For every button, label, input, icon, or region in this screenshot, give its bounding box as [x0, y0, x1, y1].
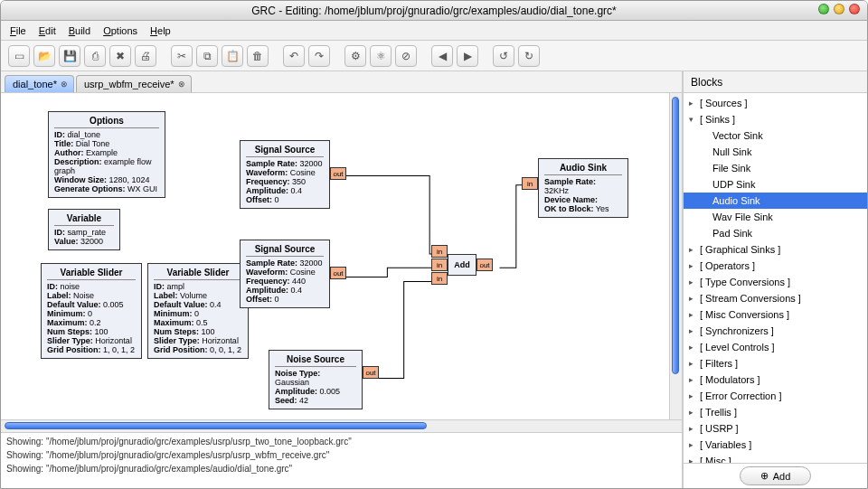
paste-icon[interactable]: 📋 [222, 45, 243, 67]
block-variable[interactable]: VariableID: samp_rateValue: 32000 [48, 209, 120, 250]
kill-icon[interactable]: ⊘ [395, 45, 417, 67]
port-in[interactable]: in [431, 272, 448, 285]
port-in[interactable]: in [431, 245, 448, 258]
log-line: Showing: "/home/jblum/proj/gnuradio/grc/… [6, 435, 676, 448]
block-noise-source[interactable]: Noise SourceNoise Type: GaussianAmplitud… [269, 350, 363, 409]
save-icon[interactable]: 💾 [59, 45, 80, 67]
tree-category[interactable]: ▸[ Modulators ] [684, 371, 867, 388]
tree-category[interactable]: ▸[ Sources ] [684, 95, 867, 111]
add-button-label: Add [773, 471, 791, 482]
open-icon[interactable]: 📂 [33, 45, 55, 67]
tree-category[interactable]: ▸[ Operators ] [684, 258, 867, 274]
rotate-left-icon[interactable]: ↺ [493, 45, 514, 67]
flowgraph-canvas[interactable]: OptionsID: dial_toneTitle: Dial ToneAuth… [1, 93, 682, 419]
tree-item[interactable]: Wav File Sink [684, 209, 867, 225]
tree-category[interactable]: ▸[ USRP ] [684, 420, 867, 437]
block-variable-slider-ampl[interactable]: Variable SliderID: amplLabel: VolumeDefa… [147, 263, 249, 359]
tree-item[interactable]: Audio Sink [684, 193, 867, 209]
tree-category[interactable]: ▸[ Misc Conversions ] [684, 306, 867, 323]
block-variable-slider-noise[interactable]: Variable SliderID: noiseLabel: NoiseDefa… [41, 263, 142, 359]
execute-icon[interactable]: ⚛ [370, 45, 392, 67]
prev-icon[interactable]: ◀ [431, 45, 453, 67]
block-audio-sink[interactable]: Audio SinkSample Rate: 32KHzDevice Name:… [538, 158, 628, 218]
tree-item[interactable]: Null Sink [684, 144, 867, 160]
log-line: Showing: "/home/jblum/proj/gnuradio/grc/… [6, 448, 676, 462]
menu-file[interactable]: File [10, 25, 26, 36]
next-icon[interactable]: ▶ [457, 45, 478, 67]
menu-build[interactable]: Build [69, 25, 90, 36]
tree-item[interactable]: Pad Sink [684, 225, 867, 241]
document-tabs: dial_tone*⊗usrp_wbfm_receive*⊗ [1, 71, 682, 93]
delete-icon[interactable]: 🗑 [247, 45, 269, 67]
log-line: Showing: "/home/jblum/proj/gnuradio/grc/… [6, 462, 676, 475]
close-window-button[interactable] [849, 4, 860, 14]
canvas-horizontal-scrollbar[interactable] [1, 419, 682, 432]
close-icon[interactable]: ✖ [109, 45, 131, 67]
zoom-button[interactable] [834, 4, 844, 14]
tree-category[interactable]: ▸[ Graphical Sinks ] [684, 241, 867, 258]
tree-item[interactable]: UDP Sink [684, 176, 867, 193]
tree-category[interactable]: ▸[ Synchronizers ] [684, 323, 867, 339]
log-panel: Showing: "/home/jblum/proj/gnuradio/grc/… [1, 432, 682, 488]
block-signal-source-2[interactable]: Signal SourceSample Rate: 32000Waveform:… [240, 240, 330, 308]
tree-category[interactable]: ▾[ Sinks ] [684, 111, 867, 127]
copy-icon[interactable]: ⧉ [196, 45, 218, 67]
port-out[interactable]: out [476, 259, 493, 271]
block-signal-source-1[interactable]: Signal SourceSample Rate: 32000Waveform:… [240, 140, 330, 209]
plus-icon: ⊕ [760, 470, 769, 482]
menu-help[interactable]: Help [150, 25, 171, 36]
close-icon[interactable]: ⊗ [61, 80, 68, 89]
port-in[interactable]: in [431, 259, 448, 271]
generate-icon[interactable]: ⚙ [344, 45, 366, 67]
block-options[interactable]: OptionsID: dial_toneTitle: Dial ToneAuth… [48, 111, 165, 198]
tree-category[interactable]: ▸[ Trellis ] [684, 404, 867, 420]
add-button[interactable]: ⊕ Add [740, 466, 812, 485]
undo-icon[interactable]: ↶ [283, 45, 305, 67]
new-icon[interactable]: ▭ [8, 45, 30, 67]
tree-category[interactable]: ▸[ Level Controls ] [684, 339, 867, 355]
menubar: File Edit Build Options Help [1, 21, 867, 41]
menu-options[interactable]: Options [103, 25, 137, 36]
cut-icon[interactable]: ✂ [171, 45, 193, 67]
window-title: GRC - Editing: /home/jblum/proj/gnuradio… [251, 5, 617, 17]
redo-icon[interactable]: ↷ [308, 45, 330, 67]
port-out[interactable]: out [330, 167, 346, 180]
close-icon[interactable]: ⊗ [178, 80, 185, 89]
tab-dial_tone-[interactable]: dial_tone*⊗ [5, 75, 74, 92]
port-out[interactable]: out [363, 366, 379, 379]
menu-edit[interactable]: Edit [39, 25, 56, 36]
tree-category[interactable]: ▸[ Type Conversions ] [684, 274, 867, 290]
rotate-right-icon[interactable]: ↻ [518, 45, 540, 67]
canvas-vertical-scrollbar[interactable] [669, 93, 682, 419]
port-out[interactable]: out [330, 267, 346, 279]
print-icon[interactable]: 🖨 [135, 45, 156, 67]
tab-usrp_wbfm_receive-[interactable]: usrp_wbfm_receive*⊗ [76, 75, 192, 92]
toolbar: ▭ 📂 💾 ⎙ ✖ 🖨 ✂ ⧉ 📋 🗑 ↶ ↷ ⚙ ⚛ ⊘ ◀ ▶ ↺ ↻ [1, 41, 867, 71]
titlebar: GRC - Editing: /home/jblum/proj/gnuradio… [1, 1, 867, 21]
port-in[interactable]: in [522, 177, 538, 190]
minimize-button[interactable] [818, 4, 829, 14]
tree-category[interactable]: ▸[ Stream Conversions ] [684, 290, 867, 306]
tree-category[interactable]: ▸[ Error Correction ] [684, 388, 867, 404]
tree-category[interactable]: ▸[ Variables ] [684, 437, 867, 453]
blocks-panel-header: Blocks [684, 71, 867, 93]
tree-item[interactable]: Vector Sink [684, 127, 867, 144]
block-add[interactable]: Add [448, 254, 476, 276]
blocks-tree[interactable]: ▸[ Sources ]▾[ Sinks ]Vector SinkNull Si… [684, 93, 867, 463]
tree-category[interactable]: ▸[ Misc ] [684, 453, 867, 463]
tree-item[interactable]: File Sink [684, 160, 867, 176]
save-as-icon[interactable]: ⎙ [84, 45, 106, 67]
tree-category[interactable]: ▸[ Filters ] [684, 355, 867, 371]
